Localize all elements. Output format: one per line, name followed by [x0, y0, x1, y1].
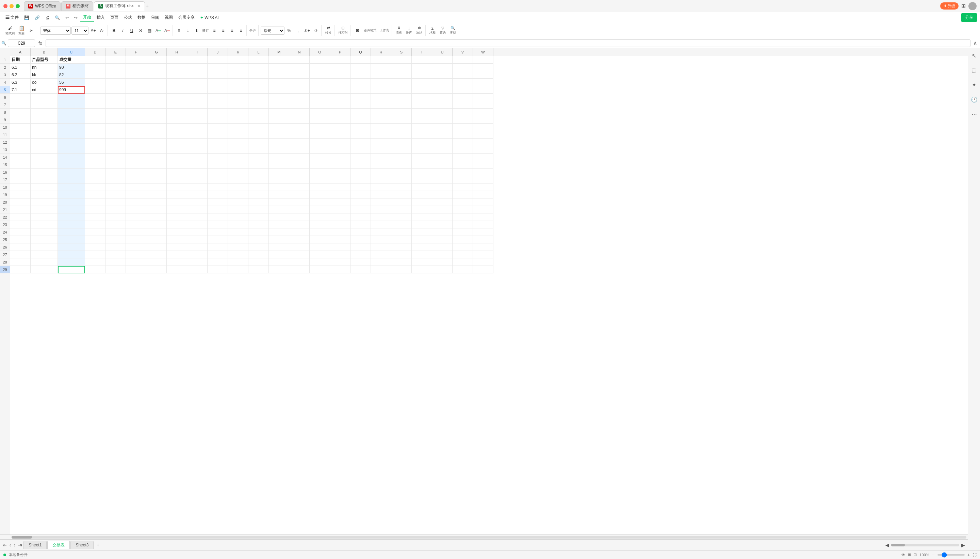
cell-c10[interactable]	[58, 124, 85, 131]
cell-q28[interactable]	[350, 258, 371, 266]
add-tab-button[interactable]: +	[146, 2, 149, 11]
cell-m22[interactable]	[269, 213, 289, 221]
cell-f16[interactable]	[126, 169, 146, 176]
cell-s11[interactable]	[391, 131, 412, 139]
cell-h28[interactable]	[167, 258, 187, 266]
cell-w29[interactable]	[473, 266, 493, 273]
cell-w22[interactable]	[473, 213, 493, 221]
cell-c20[interactable]	[58, 198, 85, 206]
cell-v11[interactable]	[452, 131, 473, 139]
font-size-select[interactable]: 11	[71, 26, 89, 35]
cell-l22[interactable]	[248, 213, 269, 221]
cell-m6[interactable]	[269, 94, 289, 101]
cell-b3[interactable]: kk	[31, 71, 58, 79]
cell-e4[interactable]	[106, 79, 126, 86]
cell-r12[interactable]	[371, 139, 391, 146]
cell-j7[interactable]	[208, 101, 228, 109]
sheet-tab-sheet1[interactable]: Sheet1	[23, 541, 46, 549]
cell-o3[interactable]	[310, 71, 330, 79]
cell-m3[interactable]	[269, 71, 289, 79]
cell-t19[interactable]	[412, 191, 432, 198]
cell-f17[interactable]	[126, 176, 146, 184]
cell-w8[interactable]	[473, 109, 493, 116]
cell-k25[interactable]	[228, 236, 248, 243]
cell-h10[interactable]	[167, 124, 187, 131]
cell-l26[interactable]	[248, 243, 269, 251]
cell-b5[interactable]: cd	[31, 86, 58, 94]
cell-a4[interactable]: 6.3	[10, 79, 31, 86]
cell-c22[interactable]	[58, 213, 85, 221]
cell-a2[interactable]: 6.1	[10, 64, 31, 71]
cell-n25[interactable]	[289, 236, 310, 243]
cell-reference-input[interactable]: C29	[8, 40, 35, 47]
row-header-26[interactable]: 26	[0, 243, 10, 251]
cell-t28[interactable]	[412, 258, 432, 266]
cell-k12[interactable]	[228, 139, 248, 146]
cell-u5[interactable]	[432, 86, 452, 94]
cell-m5[interactable]	[269, 86, 289, 94]
cell-o19[interactable]	[310, 191, 330, 198]
menu-undo[interactable]: ↩	[63, 14, 71, 22]
cell-q14[interactable]	[350, 154, 371, 161]
cell-s21[interactable]	[391, 206, 412, 213]
cell-i13[interactable]	[187, 146, 208, 154]
cell-i4[interactable]	[187, 79, 208, 86]
cell-s27[interactable]	[391, 251, 412, 258]
cell-b15[interactable]	[31, 161, 58, 169]
cell-f24[interactable]	[126, 228, 146, 236]
cell-l20[interactable]	[248, 198, 269, 206]
cell-e16[interactable]	[106, 169, 126, 176]
cell-a24[interactable]	[10, 228, 31, 236]
cell-j3[interactable]	[208, 71, 228, 79]
cell-v14[interactable]	[452, 154, 473, 161]
row-header-6[interactable]: 6	[0, 94, 10, 101]
cell-n14[interactable]	[289, 154, 310, 161]
cell-r28[interactable]	[371, 258, 391, 266]
cell-w11[interactable]	[473, 131, 493, 139]
cell-u11[interactable]	[432, 131, 452, 139]
col-header-j[interactable]: J	[208, 48, 228, 56]
cell-c23[interactable]	[58, 221, 85, 228]
cell-k23[interactable]	[228, 221, 248, 228]
cell-f2[interactable]	[126, 64, 146, 71]
cell-n10[interactable]	[289, 124, 310, 131]
cell-r19[interactable]	[371, 191, 391, 198]
cell-t2[interactable]	[412, 64, 432, 71]
col-header-e[interactable]: E	[106, 48, 126, 56]
cell-u26[interactable]	[432, 243, 452, 251]
cell-k24[interactable]	[228, 228, 248, 236]
cell-k28[interactable]	[228, 258, 248, 266]
sheet-next-button[interactable]: ›	[13, 542, 17, 549]
cell-p11[interactable]	[330, 131, 350, 139]
cell-h23[interactable]	[167, 221, 187, 228]
cell-a3[interactable]: 6.2	[10, 71, 31, 79]
cell-b17[interactable]	[31, 176, 58, 184]
cell-e10[interactable]	[106, 124, 126, 131]
add-sheet-button[interactable]: +	[94, 541, 101, 549]
cell-u20[interactable]	[432, 198, 452, 206]
cell-o25[interactable]	[310, 236, 330, 243]
row-header-18[interactable]: 18	[0, 184, 10, 191]
col-header-k[interactable]: K	[228, 48, 248, 56]
cell-b4[interactable]: oo	[31, 79, 58, 86]
cell-g19[interactable]	[146, 191, 167, 198]
cell-b24[interactable]	[31, 228, 58, 236]
cell-r9[interactable]	[371, 116, 391, 124]
cell-g14[interactable]	[146, 154, 167, 161]
cell-h2[interactable]	[167, 64, 187, 71]
cell-l13[interactable]	[248, 146, 269, 154]
cell-w26[interactable]	[473, 243, 493, 251]
hscroll-thumb[interactable]	[12, 536, 32, 539]
cell-t26[interactable]	[412, 243, 432, 251]
cell-i8[interactable]	[187, 109, 208, 116]
cell-b29[interactable]	[31, 266, 58, 273]
close-button[interactable]	[3, 4, 8, 8]
avatar[interactable]	[968, 2, 977, 10]
cell-e26[interactable]	[106, 243, 126, 251]
cell-k1[interactable]	[228, 56, 248, 64]
cell-i12[interactable]	[187, 139, 208, 146]
cell-c26[interactable]	[58, 243, 85, 251]
cell-e29[interactable]	[106, 266, 126, 273]
cell-t27[interactable]	[412, 251, 432, 258]
cell-d12[interactable]	[85, 139, 106, 146]
